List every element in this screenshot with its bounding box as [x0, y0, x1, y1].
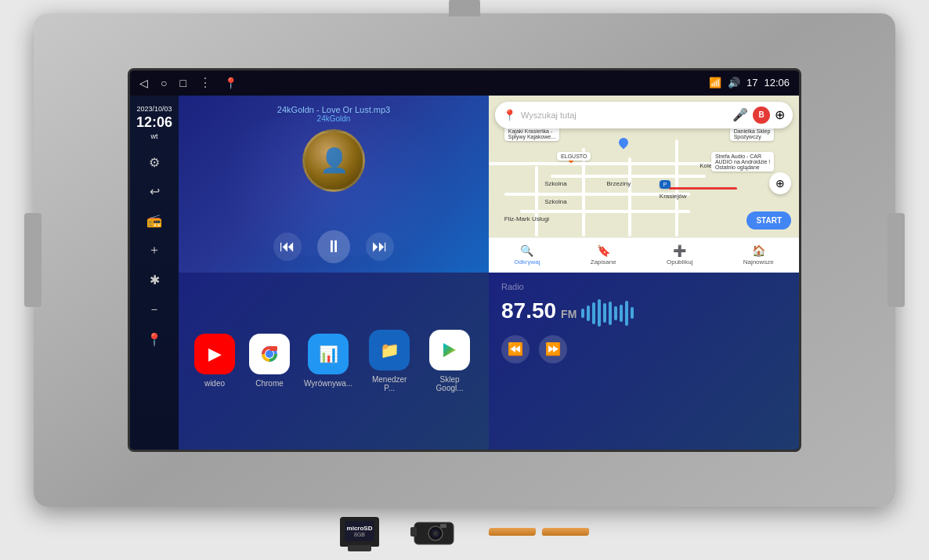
- location-icon: 📍: [146, 332, 162, 347]
- clip-1: [489, 528, 537, 536]
- radio-prev-button[interactable]: ⏪: [501, 335, 530, 363]
- sidebar-time: 12:06: [136, 114, 172, 132]
- najnowsze-icon: 🏠: [752, 244, 765, 257]
- najnowsze-label: Najnowsze: [743, 258, 774, 266]
- sidebar-day: wt: [136, 132, 172, 142]
- screen-container: MIC ◁ ○ □ ⋮ 📍 📶 🔊 17 12:06 2023/10/03: [128, 68, 801, 452]
- maps-tab-zapisane[interactable]: 🔖 Zapisane: [591, 244, 616, 266]
- main-content: 24kGoldn - Love Or Lust.mp3 24kGoldn ⏮ ⏸…: [179, 96, 799, 450]
- maps-bottom-bar: 🔍 Odkrywaj 🔖 Zapisane ➕ Opublikuj 🏠 Najn…: [489, 237, 799, 273]
- map-poi-kajaki: Kajaki Krasieńka -Spływy Kajakowe...: [504, 127, 559, 141]
- app-chrome[interactable]: Chrome: [249, 334, 290, 388]
- nav-buttons: ◁ ○ □ ⋮ 📍: [139, 75, 237, 90]
- car-frame: MIC ◁ ○ □ ⋮ 📍 📶 🔊 17 12:06 2023/10/03: [34, 13, 895, 507]
- sd-card-size: 8GB: [354, 532, 365, 537]
- radio-title: Radio: [501, 282, 786, 291]
- bracket-left: [24, 213, 42, 307]
- app-filemanager[interactable]: 📁 Menedzer P...: [367, 330, 412, 392]
- music-controls: ⏮ ⏸ ⏭: [188, 230, 479, 263]
- sidebar-add[interactable]: ＋: [145, 239, 164, 262]
- map-label-brzeziny: Brzeziny: [606, 180, 631, 187]
- home-nav-icon[interactable]: ○: [161, 77, 167, 89]
- maps-tab-odkrywaj[interactable]: 🔍 Odkrywaj: [514, 244, 540, 266]
- youtube-icon: ▶: [194, 334, 235, 374]
- status-bar: ◁ ○ □ ⋮ 📍 📶 🔊 17 12:06: [130, 70, 799, 96]
- map-label-krasiejow: Krasiejów: [660, 193, 687, 200]
- voice-search-icon[interactable]: 🎤: [732, 107, 748, 122]
- youtube-label: wideo: [204, 379, 225, 388]
- status-icons: 📶 🔊 17 12:06: [709, 77, 790, 89]
- sidebar-location[interactable]: 📍: [143, 329, 165, 350]
- accessories-row: microSD 8GB: [340, 516, 589, 547]
- compass-icon[interactable]: ⊕: [775, 107, 785, 122]
- zapisane-label: Zapisane: [591, 258, 616, 266]
- camera-accessory: [410, 516, 457, 547]
- radio-next-button[interactable]: ⏩: [539, 335, 567, 363]
- more-nav-icon[interactable]: ⋮: [199, 75, 211, 90]
- maps-search-placeholder: Wyszukaj tutaj: [521, 110, 728, 120]
- app-wyrownywarka[interactable]: 📊 Wyrównywa...: [304, 334, 352, 388]
- map-label-szkolna2: Szkolna: [544, 198, 566, 205]
- music-panel: 24kGoldn - Love Or Lust.mp3 24kGoldn ⏮ ⏸…: [179, 96, 489, 273]
- clock: 12:06: [764, 77, 790, 89]
- back-nav-icon[interactable]: ◁: [139, 77, 148, 89]
- prev-button[interactable]: ⏮: [273, 233, 302, 261]
- map-route-line: [669, 187, 737, 190]
- app-youtube[interactable]: ▶ wideo: [194, 334, 235, 388]
- song-artist: 24kGoldn: [188, 114, 479, 123]
- sd-card-label: microSD: [347, 525, 373, 532]
- playstore-label: Sklep Googl...: [426, 375, 473, 392]
- album-art: [302, 129, 365, 192]
- zapisane-icon: 🔖: [597, 244, 610, 257]
- map-label-fliz: Fliz-Mark Usługi: [504, 215, 549, 222]
- sidebar-settings[interactable]: ⚙: [146, 152, 163, 173]
- sidebar-radio[interactable]: 📻: [143, 210, 165, 231]
- opublikuj-icon: ➕: [673, 244, 686, 257]
- maps-nav-icon[interactable]: 📍: [224, 77, 237, 89]
- clips-item: [489, 528, 589, 536]
- apps-grid: ▶ wideo: [194, 330, 473, 392]
- maps-panel: Szkolna Szkolna Brzeziny Krasiejów Kolej…: [489, 96, 799, 273]
- app-playstore[interactable]: Sklep Googl...: [426, 330, 473, 392]
- svg-rect-8: [410, 527, 417, 537]
- sidebar-minus[interactable]: －: [145, 298, 164, 321]
- filemanager-icon: 📁: [369, 330, 410, 370]
- play-pause-button[interactable]: ⏸: [317, 230, 350, 263]
- odkrywaj-label: Odkrywaj: [514, 258, 540, 266]
- wifi-icon: 📶: [709, 77, 721, 89]
- radio-panel: Radio 87.50 FM: [489, 273, 799, 450]
- settings-icon: ⚙: [149, 155, 160, 170]
- map-poi-krasiejow-badge: P: [660, 180, 671, 189]
- radio-controls: ⏪ ⏩: [501, 335, 786, 363]
- radio-sidebar-icon: 📻: [146, 213, 162, 228]
- svg-point-3: [266, 350, 273, 358]
- wyrownywarka-label: Wyrównywa...: [304, 379, 352, 388]
- map-poi-strefa: Strefa Audio - CARAUDIO na Androidzie !O…: [711, 152, 774, 172]
- radio-frequency-display: 87.50 FM: [501, 298, 786, 329]
- maps-tab-najnowsze[interactable]: 🏠 Najnowsze: [743, 244, 774, 266]
- maps-tab-opublikuj[interactable]: ➕ Opublikuj: [667, 244, 692, 266]
- start-button[interactable]: START: [746, 211, 791, 229]
- clip-2: [542, 528, 590, 536]
- song-title: 24kGoldn - Love Or Lust.mp3: [188, 105, 479, 114]
- playstore-icon: [429, 330, 470, 370]
- bluetooth-icon: ✱: [150, 273, 160, 287]
- crosshair-button[interactable]: ⊕: [769, 172, 791, 194]
- svg-point-11: [433, 531, 438, 536]
- maps-logo-icon: 📍: [503, 109, 516, 121]
- sidebar-bluetooth[interactable]: ✱: [146, 269, 163, 291]
- sidebar-back[interactable]: ↩: [146, 181, 163, 202]
- battery-level: 17: [746, 77, 757, 89]
- bracket-right: [887, 213, 905, 307]
- map-poi-elgusto: ELGUSTO: [557, 152, 591, 161]
- wyrownywarka-icon: 📊: [308, 334, 349, 374]
- map-poi-danielka: Danielka SklepSpożywczy: [730, 127, 775, 141]
- user-avatar[interactable]: B: [753, 107, 770, 124]
- maps-search-bar[interactable]: 📍 Wyszukaj tutaj 🎤 B ⊕: [495, 102, 793, 128]
- apps-nav-icon[interactable]: □: [179, 77, 186, 89]
- radio-band: FM: [561, 308, 577, 320]
- next-button[interactable]: ⏭: [366, 233, 394, 261]
- sidebar-datetime: 2023/10/03 12:06 wt: [133, 102, 175, 145]
- maps-search-icons: 🎤 B ⊕: [732, 107, 785, 124]
- odkrywaj-icon: 🔍: [520, 244, 533, 257]
